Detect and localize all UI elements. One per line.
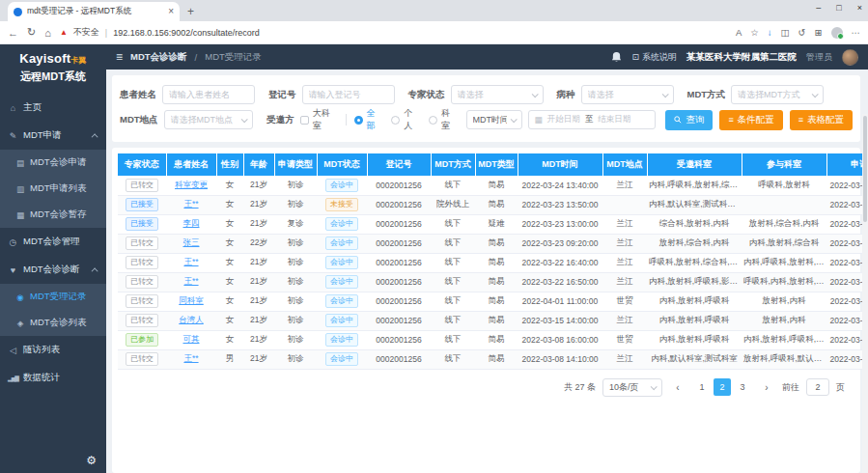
browser-tab[interactable]: mdt受理记录 - 远程MDT系统 × — [8, 2, 180, 21]
draft-icon: ▦ — [15, 210, 25, 220]
pagination-total: 共 27 条 — [564, 381, 596, 394]
sidebar-item-mdt-apply[interactable]: ✎ MDT申请 — [0, 122, 106, 150]
expert-status-select[interactable]: 请选择 — [451, 85, 544, 104]
cell-register_no: 0002001256 — [367, 195, 431, 214]
patient-name-link[interactable]: 张三 — [183, 237, 200, 247]
download-icon[interactable]: ↓ — [768, 27, 772, 38]
tab-close-icon[interactable]: × — [168, 7, 174, 16]
split-screen-icon[interactable]: ◫ — [781, 27, 790, 38]
next-page-button[interactable]: › — [758, 378, 775, 396]
patient-name-link[interactable]: 王** — [183, 199, 198, 209]
sidebar-item-label: 主页 — [23, 101, 42, 114]
url-field[interactable]: ▲ 不安全 | 192.168.0.156:9002/consultate/re… — [60, 26, 727, 39]
history-icon[interactable]: ↺ — [798, 27, 806, 38]
mdt-status-tag: 未接受 — [325, 198, 358, 211]
refresh-icon[interactable]: ↻ — [27, 26, 36, 39]
patient-name-link[interactable]: 科室变更 — [175, 180, 208, 189]
search-button-label: 查询 — [686, 114, 704, 126]
back-icon[interactable]: ← — [8, 27, 18, 39]
tab-title: mdt受理记录 - 远程MDT系统 — [27, 6, 163, 17]
patient-name-link[interactable]: 可其 — [183, 334, 200, 344]
cell-participant_depts — [742, 195, 826, 214]
cell-participant_depts: 放射科,内科 — [742, 292, 826, 311]
home-icon[interactable]: ⌂ — [44, 27, 51, 39]
sidebar-item-mdt-consult-draft[interactable]: ▦ MDT会诊暂存 — [0, 202, 106, 228]
sidebar-item-mdt-record[interactable]: ◉ MDT受理记录 — [0, 284, 106, 310]
browser-profile-avatar[interactable] — [831, 27, 843, 39]
cell-expert_status: 已转交 — [118, 234, 166, 253]
page-button-3[interactable]: 3 — [734, 378, 751, 396]
mdt-mode-select[interactable]: 请选择MDT方式 — [731, 85, 824, 104]
sidebar-item-label: MDT会诊诊断 — [23, 264, 80, 276]
sidebar-item-mdt-manage[interactable]: ◷ MDT会诊管理 — [0, 228, 106, 256]
table-config-button[interactable]: ≡ 表格配置 — [790, 110, 853, 130]
patient-name-link[interactable]: 台湾人 — [179, 315, 204, 324]
breadcrumb-parent: MDT会诊诊断 — [130, 51, 187, 64]
time-type-select[interactable]: MDT时间 — [466, 110, 522, 129]
home-menu-icon: ⌂ — [8, 103, 18, 113]
page-size-select[interactable]: 10条/页 — [602, 378, 662, 397]
radio-dot — [391, 116, 400, 125]
page-scrollbar[interactable] — [862, 114, 868, 473]
patient-name-link[interactable]: 王** — [183, 353, 198, 363]
cell-invited_depts: 综合科,放射科,内科 — [647, 214, 742, 234]
patient-name-link[interactable]: 王** — [183, 257, 198, 266]
system-help-link[interactable]: ⊡ 系统说明 — [631, 51, 677, 64]
radio-dot — [429, 116, 437, 125]
window-minimize-button[interactable]: – — [816, 3, 821, 13]
gear-icon[interactable]: ⚙ — [86, 454, 97, 467]
radio-personal[interactable]: 个人 — [391, 107, 420, 132]
cell-mdt_mode: 线下 — [431, 253, 475, 272]
search-button[interactable]: 查询 — [665, 110, 713, 130]
page-button-2[interactable]: 2 — [714, 378, 731, 396]
sidebar-item-mdt-diagnosis[interactable]: ♥ MDT会诊诊断 — [0, 256, 106, 284]
radio-dept[interactable]: 科室 — [429, 107, 458, 132]
date-separator: 至 — [585, 114, 594, 125]
cell-mdt_status: 会诊中 — [317, 311, 367, 330]
favorite-star-icon[interactable]: ☆ — [750, 27, 759, 38]
page-button-1[interactable]: 1 — [693, 378, 711, 396]
window-close-button[interactable]: × — [857, 3, 862, 13]
collapse-menu-icon[interactable]: ≡ — [116, 50, 123, 64]
patient-name-link[interactable]: 李四 — [183, 218, 200, 228]
scrollbar-thumb[interactable] — [863, 116, 867, 222]
window-maximize-button[interactable]: □ — [836, 3, 841, 13]
more-menu-icon[interactable]: ⋯ — [852, 27, 861, 38]
table-row: 已转交王**女21岁初诊会诊中0002001256线下简易2022-03-22 … — [118, 253, 868, 272]
patient-name-link[interactable]: 同科室 — [179, 295, 204, 305]
goto-page-input[interactable] — [806, 378, 829, 396]
extensions-icon[interactable]: ⊞ — [815, 27, 823, 38]
table-row: 已转交台湾人女21岁初诊会诊中0002001256线下简易2022-03-15 … — [118, 311, 868, 330]
sidebar-item-followup-list[interactable]: ◁ 随访列表 — [0, 336, 106, 364]
notification-bell-icon[interactable] — [611, 51, 622, 63]
sidebar-item-mdt-apply-list[interactable]: ▥ MDT申请列表 — [0, 176, 106, 202]
cell-patient_name: 李四 — [166, 214, 216, 234]
mdt-place-select[interactable]: 请选择MDT地点 — [164, 110, 254, 129]
sidebar-item-home[interactable]: ⌂ 主页 — [0, 94, 106, 122]
prev-page-button[interactable]: ‹ — [669, 378, 686, 396]
new-tab-button[interactable]: + — [187, 5, 194, 21]
user-avatar[interactable] — [842, 49, 858, 66]
radio-all[interactable]: 全部 — [354, 107, 383, 132]
breadcrumb-current: MDT受理记录 — [205, 51, 262, 64]
register-no-label: 登记号 — [268, 89, 296, 101]
patient-name-input[interactable] — [162, 85, 255, 104]
sidebar-item-mdt-consult-apply[interactable]: ▤ MDT会诊申请 — [0, 150, 106, 176]
pagination-pages: 123 — [693, 378, 751, 396]
patient-name-link[interactable]: 王** — [183, 276, 198, 286]
patient-name-label: 患者姓名 — [120, 89, 156, 101]
clock-icon: ◷ — [8, 237, 18, 247]
user-icon: ◉ — [15, 292, 25, 302]
cell-mdt_status: 会诊中 — [317, 234, 367, 253]
register-no-input[interactable] — [302, 85, 395, 104]
big-dept-checkbox[interactable] — [300, 116, 309, 125]
date-range-picker[interactable]: ▦ 开始日期 至 结束日期 — [528, 110, 657, 129]
condition-config-button[interactable]: ≡ 条件配置 — [719, 110, 782, 130]
app-header: ≡ MDT会诊诊断 / MDT受理记录 ⊡ 系统说明 某某医科大学附属第二医院 … — [106, 44, 868, 70]
sidebar-item-mdt-consult-list[interactable]: ◈ MDT会诊列表 — [0, 310, 106, 336]
table-row: 已转交科室变更女21岁初诊会诊中0002001256线下简易2022-03-24… — [118, 176, 868, 195]
read-aloud-icon[interactable]: A — [736, 27, 742, 38]
sidebar-item-statistics[interactable]: ▂▅▇ 数据统计 — [0, 364, 106, 392]
goto-unit: 页 — [836, 381, 845, 394]
disease-select[interactable]: 请选择 — [581, 85, 674, 104]
